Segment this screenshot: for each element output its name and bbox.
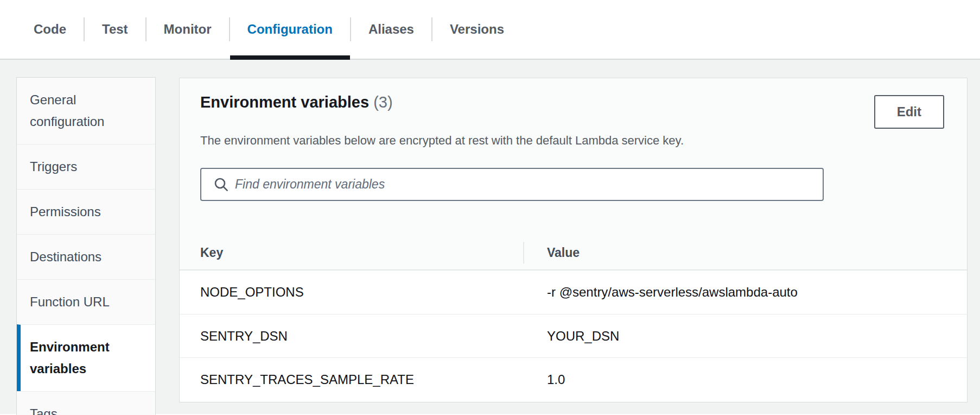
sidebar-item-permissions[interactable]: Permissions [17, 189, 155, 234]
env-var-value: -r @sentry/aws-serverless/awslambda-auto [547, 271, 798, 314]
search-icon [213, 177, 230, 193]
search-box [200, 168, 824, 201]
tab-versions[interactable]: Versions [432, 0, 521, 59]
table-row: SENTRY_TRACES_SAMPLE_RATE 1.0 [180, 357, 967, 401]
function-tab-bar: Code Test Monitor Configuration Aliases … [0, 0, 980, 60]
panel-title-text: Environment variables [200, 93, 369, 111]
environment-variables-panel: Environment variables (3) Edit The envir… [179, 78, 968, 403]
edit-button[interactable]: Edit [874, 95, 944, 129]
sidebar-item-function-url[interactable]: Function URL [17, 279, 155, 324]
tab-configuration[interactable]: Configuration [230, 0, 350, 59]
sidebar-item-tags[interactable]: Tags [17, 391, 155, 415]
tab-aliases[interactable]: Aliases [351, 0, 431, 59]
panel-description: The environment variables below are encr… [200, 133, 684, 149]
panel-title-count: (3) [373, 93, 392, 111]
sidebar-item-general-configuration[interactable]: General configuration [17, 78, 155, 144]
env-var-key: SENTRY_DSN [200, 315, 288, 358]
env-var-value: 1.0 [547, 358, 565, 401]
search-input[interactable] [235, 177, 815, 192]
table-header-row: Key Value [180, 235, 967, 271]
env-var-key: NODE_OPTIONS [200, 271, 304, 314]
env-var-key: SENTRY_TRACES_SAMPLE_RATE [200, 358, 414, 401]
tab-test[interactable]: Test [85, 0, 145, 59]
sidebar-item-destinations[interactable]: Destinations [17, 234, 155, 279]
table-row: NODE_OPTIONS -r @sentry/aws-serverless/a… [180, 271, 967, 314]
env-var-value: YOUR_DSN [547, 315, 619, 358]
panel-title: Environment variables (3) [200, 90, 393, 114]
tab-monitor[interactable]: Monitor [147, 0, 229, 59]
sidebar-item-environment-variables[interactable]: Environment variables [17, 324, 155, 391]
lambda-configuration-screen: Code Test Monitor Configuration Aliases … [0, 0, 980, 415]
table-row: SENTRY_DSN YOUR_DSN [180, 314, 967, 357]
configuration-page: General configuration Triggers Permissio… [0, 60, 980, 414]
config-sidebar: General configuration Triggers Permissio… [16, 77, 156, 415]
tab-code[interactable]: Code [16, 0, 84, 59]
column-divider [523, 242, 524, 263]
column-header-key: Key [200, 235, 223, 271]
column-header-value: Value [547, 235, 580, 271]
sidebar-item-triggers[interactable]: Triggers [17, 144, 155, 189]
env-vars-table: Key Value NODE_OPTIONS -r @sentry/aws-se… [180, 235, 967, 401]
